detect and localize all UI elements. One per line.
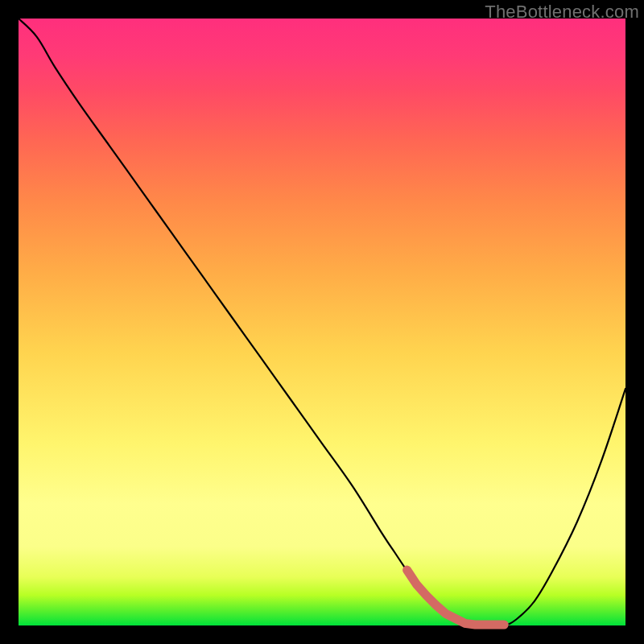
chart-frame: TheBottleneck.com [0, 0, 644, 644]
plot-area [19, 19, 625, 625]
bottleneck-curve [19, 19, 625, 625]
